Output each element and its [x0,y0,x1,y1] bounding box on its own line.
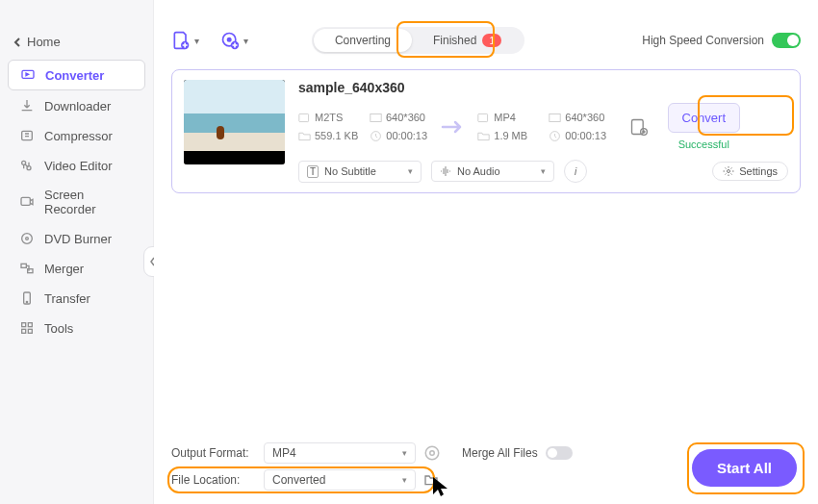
video-editor-icon [19,158,35,173]
status-label: Successful [678,139,729,150]
info-button[interactable]: i [564,160,587,183]
svg-rect-26 [478,113,488,121]
file-location-value: Converted [272,473,325,487]
tab-converting[interactable]: Converting [314,29,412,52]
sidebar-item-transfer[interactable]: Transfer [8,284,145,313]
merge-files-toggle[interactable] [546,446,573,460]
svg-point-10 [26,238,29,240]
sidebar-item-label: Converter [45,68,104,83]
chevron-down-icon: ▾ [408,166,413,176]
subtitle-icon: T [307,165,319,178]
compressor-icon [19,128,35,143]
sidebar-item-label: Tools [44,321,73,336]
chevron-down-icon: ▾ [194,36,199,46]
sidebar-item-dvd-burner[interactable]: DVD Burner [8,224,145,253]
tab-finished[interactable]: Finished 1 [412,29,523,52]
conversion-tabs: Converting Finished 1 [312,27,524,54]
high-speed-toggle[interactable] [772,33,801,48]
video-thumbnail[interactable] [184,80,285,164]
dst-size: 1.9 MB [494,130,527,141]
chevron-down-icon: ▾ [243,36,248,46]
file-location-select[interactable]: Converted ▾ [264,469,416,491]
add-file-button[interactable]: ▾ [171,31,199,50]
sidebar-item-merger[interactable]: Merger [8,254,145,283]
arrow-right-icon [441,114,466,139]
svg-rect-15 [22,323,26,327]
merger-icon [19,261,35,276]
svg-rect-24 [371,113,381,121]
svg-point-32 [430,451,435,456]
file-name: sample_640x360 [298,80,788,95]
output-format-label: Output Format: [171,446,256,460]
svg-point-14 [26,301,27,302]
sidebar-item-compressor[interactable]: Compressor [8,121,145,150]
convert-button[interactable]: Convert [668,103,741,133]
add-disc-button[interactable]: ▾ [220,31,248,50]
svg-rect-29 [632,119,644,134]
dvd-burner-icon [19,231,35,246]
subtitle-value: No Subtitle [324,165,376,177]
sidebar-item-label: Merger [44,262,84,276]
start-all-button[interactable]: Start All [692,449,797,487]
downloader-icon [19,98,35,113]
src-format: M2TS [315,112,343,123]
sidebar-item-label: Screen Recorder [44,188,134,216]
video-format-icon [477,112,490,124]
subtitle-select[interactable]: T No Subtitle ▾ [298,161,422,183]
back-home-button[interactable]: Home [0,31,153,59]
screen-recorder-icon [19,194,35,210]
output-settings-icon[interactable] [423,444,441,462]
svg-rect-27 [550,113,560,121]
file-location-label: File Location: [171,473,256,487]
dst-duration: 00:00:13 [565,130,606,141]
chevron-down-icon: ▾ [402,475,407,485]
svg-point-33 [425,446,439,460]
open-folder-icon[interactable] [423,472,439,488]
sidebar-item-label: DVD Burner [44,232,112,246]
sidebar-item-label: Transfer [44,291,90,306]
settings-button[interactable]: Settings [712,162,788,181]
sidebar-item-converter[interactable]: Converter [8,60,145,90]
sidebar-item-label: Video Editor [44,159,113,173]
dst-resolution: 640*360 [565,112,604,123]
folder-icon [477,130,490,142]
sidebar-item-label: Compressor [44,129,113,143]
svg-rect-17 [22,329,26,333]
sidebar-item-tools[interactable]: Tools [8,314,145,342]
resolution-icon [370,112,382,124]
sidebar-item-video-editor[interactable]: Video Editor [8,151,145,180]
chevron-down-icon: ▾ [541,166,546,176]
svg-rect-8 [21,197,30,205]
folder-icon [298,130,311,142]
file-settings-icon[interactable] [629,117,649,137]
src-duration: 00:00:13 [386,130,427,141]
output-format-select[interactable]: MP4 ▾ [264,442,416,464]
svg-point-31 [728,170,730,173]
svg-rect-23 [299,113,309,121]
src-size: 559.1 KB [315,130,358,141]
clock-icon [370,130,382,142]
src-resolution: 640*360 [386,112,425,123]
sidebar-item-screen-recorder[interactable]: Screen Recorder [8,181,145,223]
high-speed-label: High Speed Conversion [642,34,764,47]
sidebar-item-label: Downloader [44,99,111,113]
sidebar: Home Converter Downloader Compressor Vid… [0,0,154,504]
svg-point-21 [228,38,231,41]
audio-select[interactable]: No Audio ▾ [431,161,554,182]
transfer-icon [19,290,35,306]
footer-bar: Output Format: MP4 ▾ Merge All Files Fil… [171,442,801,491]
svg-point-9 [22,234,33,244]
dst-format: MP4 [494,112,516,123]
tab-label: Finished [433,34,476,47]
chevron-down-icon: ▾ [402,448,407,458]
output-format-value: MP4 [272,446,296,460]
finished-count-badge: 1 [482,34,501,47]
audio-value: No Audio [457,165,500,177]
audio-icon [440,165,451,177]
file-card: sample_640x360 M2TS 640*360 559.1 KB 00:… [171,69,801,193]
sidebar-item-downloader[interactable]: Downloader [8,91,145,120]
main-panel: ▾ ▾ Converting Finished 1 [154,0,818,504]
tools-icon [19,320,35,336]
clock-icon [549,130,561,142]
svg-rect-18 [28,329,32,333]
